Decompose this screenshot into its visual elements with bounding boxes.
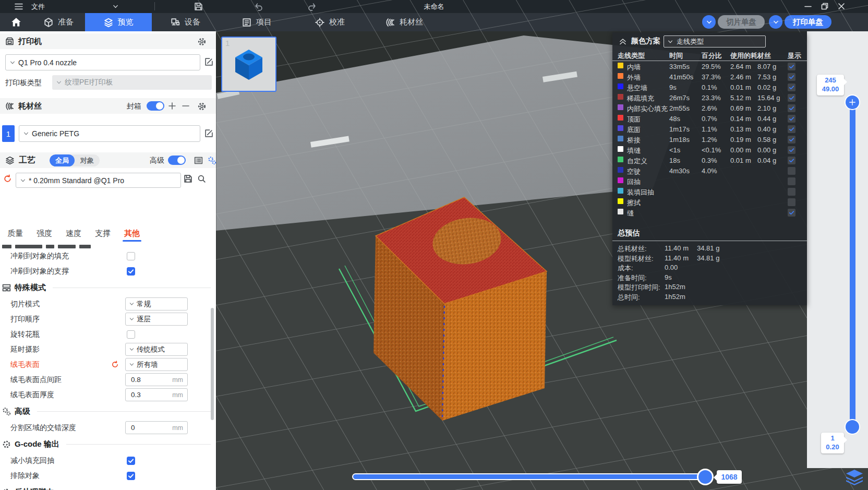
visibility-checkbox[interactable] <box>788 209 795 217</box>
visibility-checkbox[interactable] <box>788 136 795 144</box>
search-icon[interactable] <box>197 174 206 183</box>
divider <box>612 241 807 241</box>
home-button[interactable] <box>0 13 32 31</box>
layer-slider-top-handle[interactable] <box>846 95 859 109</box>
filament-preset-select[interactable]: Generic PETG <box>19 125 200 142</box>
view-type-select[interactable]: 走线类型 <box>664 35 766 47</box>
section-title: 后处理脚本 <box>15 487 54 490</box>
scope-全局[interactable]: 全局 <box>50 154 75 166</box>
input-绒毛表面点间距[interactable]: 0.8mm <box>125 373 188 386</box>
panel-scrollbar[interactable] <box>211 308 214 420</box>
printer-settings-gear-icon[interactable] <box>197 37 207 46</box>
edit-printer-icon[interactable] <box>204 57 213 66</box>
move-slider-track[interactable] <box>352 473 707 480</box>
total-label: 模型耗材丝: <box>618 254 654 264</box>
filament-settings-gear-icon[interactable] <box>197 102 207 111</box>
time-value: 41m50s <box>669 73 693 81</box>
chevron-down-icon <box>129 316 135 322</box>
total-label: 准备时间: <box>618 273 647 283</box>
legend-row-内部实心填充: 内部实心填充2m55s2.6%0.69 m2.10 g <box>612 103 807 114</box>
compare-list-icon[interactable] <box>194 156 203 165</box>
total-value-1: 0.00 <box>665 264 678 271</box>
box-toggle[interactable] <box>147 101 164 111</box>
layers-view-icon[interactable] <box>846 470 863 485</box>
tab-准备[interactable]: 准备 <box>32 13 85 31</box>
process-preset-select[interactable]: * 0.20mm Standard @Q1 Pro <box>16 173 181 188</box>
process-tab-质量[interactable]: 质量 <box>7 229 23 238</box>
add-filament-icon[interactable] <box>168 102 176 110</box>
checkbox-旋转花瓶[interactable] <box>127 330 135 339</box>
visibility-checkbox[interactable] <box>788 157 795 164</box>
printer-preset-select[interactable]: Q1 Pro 0.4 nozzle <box>5 54 200 70</box>
time-value: 26m7s <box>669 94 690 102</box>
process-tab-强度[interactable]: 强度 <box>37 229 52 238</box>
visibility-checkbox[interactable] <box>788 167 795 175</box>
layer-slider-bottom-handle[interactable] <box>846 420 859 434</box>
process-tab-支撑[interactable]: 支撑 <box>95 229 111 238</box>
move-slider-handle[interactable] <box>698 470 712 484</box>
visibility-checkbox[interactable] <box>788 177 795 185</box>
remove-filament-icon[interactable] <box>182 102 190 110</box>
visibility-checkbox[interactable] <box>788 83 795 91</box>
legend-row-回抽: 回抽 <box>612 176 807 187</box>
weight-value: 7.53 g <box>757 73 776 81</box>
box-label: 封箱 <box>127 102 141 111</box>
filament-slot-number[interactable]: 1 <box>2 125 15 142</box>
checkbox-冲刷到对象的支撑[interactable] <box>127 267 135 276</box>
visibility-checkbox[interactable] <box>788 115 795 123</box>
total-value-1: 1h52m <box>665 283 685 291</box>
length-value: 0.69 m <box>730 104 751 112</box>
visibility-checkbox[interactable] <box>788 198 795 206</box>
select-切片模式[interactable]: 常规 <box>125 297 188 310</box>
plate-thumbnail[interactable]: 1 <box>221 37 276 92</box>
process-gears-icon[interactable] <box>208 156 216 165</box>
visibility-checkbox[interactable] <box>788 73 795 81</box>
advanced-toggle[interactable] <box>168 156 186 165</box>
tab-预览[interactable]: 预览 <box>85 13 152 31</box>
section-header-clipped <box>0 241 216 248</box>
section-title: G-code 输出 <box>15 439 59 449</box>
scope-switch[interactable]: 全局对象 <box>50 154 100 166</box>
refresh-icon[interactable] <box>111 361 119 368</box>
visibility-checkbox[interactable] <box>788 63 795 70</box>
checkbox-冲刷到对象的填充[interactable] <box>127 252 135 260</box>
select-绒毛表面[interactable]: 所有墙 <box>125 358 188 371</box>
scope-对象[interactable]: 对象 <box>75 154 100 166</box>
layer-slider-track[interactable] <box>850 104 855 427</box>
line-type-label: 擦拭 <box>627 198 641 208</box>
hamburger-icon[interactable] <box>15 2 23 11</box>
select-延时摄影[interactable]: 传统模式 <box>125 343 188 356</box>
visibility-checkbox[interactable] <box>788 125 795 133</box>
plate-type-select[interactable]: 纹理PEI打印板 <box>52 75 212 90</box>
length-value: 2.64 m <box>730 63 751 70</box>
visibility-checkbox[interactable] <box>788 188 795 196</box>
line-type-label: 填缝 <box>627 146 641 156</box>
percent-value: 23.3% <box>702 94 721 102</box>
setting-row: 绒毛表面所有墙 <box>0 357 216 372</box>
select-打印顺序[interactable]: 逐层 <box>125 313 188 326</box>
process-tab-其他[interactable]: 其他 <box>124 229 140 238</box>
reset-process-icon[interactable] <box>3 174 12 183</box>
legend-row-装填回抽: 装填回抽 <box>612 187 807 197</box>
line-type-label: 内部实心填充 <box>627 104 668 114</box>
process-tab-速度[interactable]: 速度 <box>66 229 81 238</box>
file-menu[interactable]: 文件 <box>31 2 45 11</box>
checkbox-减小填充回抽[interactable] <box>127 457 135 465</box>
save-preset-icon[interactable] <box>184 174 192 183</box>
visibility-checkbox[interactable] <box>788 94 795 102</box>
total-row: 总时间:1h52m <box>612 293 807 302</box>
checkbox-排除对象[interactable] <box>127 472 135 480</box>
percent-value: 29.5% <box>702 63 721 70</box>
visibility-checkbox[interactable] <box>788 146 795 154</box>
edit-filament-icon[interactable] <box>204 129 213 138</box>
input-分割区域的交错深度[interactable]: 0mm <box>125 421 188 434</box>
weight-value: 0.00 g <box>757 146 776 154</box>
layers-icon <box>104 18 113 27</box>
collapse-icon[interactable] <box>619 37 627 45</box>
layer-top-tooltip: 245 49.00 <box>817 75 844 95</box>
input-绒毛表面厚度[interactable]: 0.3mm <box>125 388 188 401</box>
chevron-down-icon[interactable] <box>112 3 119 10</box>
total-label: 总时间: <box>618 293 640 302</box>
filament-preset-value: Generic PETG <box>32 129 79 138</box>
visibility-checkbox[interactable] <box>788 104 795 112</box>
